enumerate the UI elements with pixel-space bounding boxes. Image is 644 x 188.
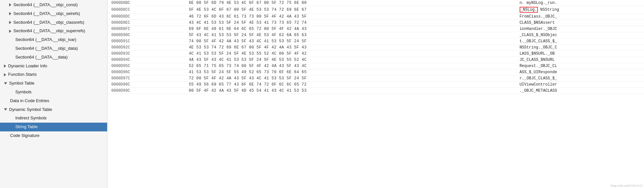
sidebar-item-section64-objc-ivar[interactable]: Section64 (__DATA,__objc_ivar) — [0, 35, 107, 44]
highlighted-text: _NSLog. — [520, 7, 538, 13]
ascii-text: r._OBJC_CLASS_$_ — [517, 75, 644, 82]
hex-view: 0000D8BC6E 00 5F 6D 79 4E 53 4C 6F 67 00… — [107, 0, 644, 188]
hex-table: 0000D8BC6E 00 5F 6D 79 4E 53 4C 6F 67 00… — [107, 0, 644, 94]
expand-icon — [9, 3, 11, 7]
ascii-text: t._OBJC_CLASS_$_ — [517, 38, 644, 45]
sidebar-item-function-starts[interactable]: Function Starts — [0, 70, 107, 79]
sidebar-item-indirect-symbols[interactable]: Indirect Symbols — [0, 114, 107, 123]
hex-address: 0000D97C — [107, 75, 186, 82]
hex-address: 0000D92C — [107, 45, 186, 51]
ascii-text: ._OBJC_METACLASS — [517, 88, 644, 94]
table-row[interactable]: 0000D90C5F 43 4C 41 53 53 5F 24 5F 4E 53… — [107, 32, 644, 38]
ascii-text: CLASS_$NSAssert — [517, 20, 644, 26]
hex-address: 0000D8EC — [107, 20, 186, 26]
hex-address: 0000D94C — [107, 57, 186, 63]
collapse-icon — [4, 82, 7, 85]
hex-bytes: 52 65 71 75 65 73 74 00 5F 4F 42 4A 43 5… — [186, 63, 517, 69]
hex-address: 0000D8DC — [107, 14, 186, 20]
hex-address: 0000D93C — [107, 51, 186, 57]
table-row[interactable]: 0000D91C74 00 5F 4F 42 4A 43 5F 43 4C 41… — [107, 38, 644, 45]
hex-bytes: 4E 53 53 74 72 69 6E 67 00 5F 4F 42 4A 4… — [186, 45, 517, 51]
expand-icon — [9, 21, 11, 24]
sidebar-item-section64-objc-classrefs[interactable]: Section64 (__DATA,__objc_classrefs) — [0, 18, 107, 27]
hex-bytes: 4C 41 53 53 5F 24 5F 4E 53 55 52 4C 00 5… — [186, 51, 517, 57]
sidebar-item-label: Indirect Symbols — [15, 115, 47, 122]
ascii-text: ionHandler._OBJC — [517, 26, 644, 32]
table-row[interactable]: 0000D8CC5F 4E 53 4C 6F 67 00 5F 4E 53 53… — [107, 6, 644, 14]
hex-address: 0000D99C — [107, 88, 186, 94]
hex-address: 0000D96C — [107, 69, 186, 75]
hex-bytes: 00 5F 4F 42 4A 43 5F 4D 45 54 41 43 4C 4… — [186, 88, 517, 94]
sidebar-item-section64-objc-selrefs[interactable]: Section64 (__DATA,__objc_selrefs) — [0, 9, 107, 18]
hex-bytes: 4A 43 5F 43 4C 41 53 53 5F 24 5F 4E 53 5… — [186, 57, 517, 63]
table-row[interactable]: 0000D97C72 00 5F 4F 42 4A 43 5F 43 4C 41… — [107, 75, 644, 82]
table-row[interactable]: 0000D92C4E 53 53 74 72 69 6E 67 00 5F 4F… — [107, 45, 644, 51]
sidebar-item-section64-objc-data[interactable]: Section64 (__DATA,__objc_data) — [0, 44, 107, 53]
sidebar-item-label: Section64 (__DATA,__objc_ivar) — [15, 36, 76, 43]
hex-bytes: 43 4C 41 53 53 5F 24 5F 4E 53 41 73 73 6… — [186, 20, 517, 26]
ascii-text: FromClass._OBJC_ — [517, 14, 644, 20]
sidebar-item-label: Section64 (__DATA,__objc_superrefs) — [13, 28, 85, 34]
collapse-icon — [4, 108, 7, 111]
sidebar-item-label: Section64 (__DATA,__objc_classrefs) — [13, 19, 84, 26]
table-row[interactable]: 0000D8FC69 6F 6E 48 61 6E 64 6C 65 72 00… — [107, 26, 644, 32]
sidebar-item-dynamic-symbol-table[interactable]: Dynamic Symbol Table — [0, 105, 107, 114]
expand-icon — [9, 30, 11, 33]
sidebar-item-dynamic-loader-info[interactable]: Dynamic Loader Info — [0, 62, 107, 71]
table-row[interactable]: 0000D96C41 53 53 5F 24 5F 55 49 52 65 73… — [107, 69, 644, 75]
hex-address: 0000D98C — [107, 82, 186, 88]
hex-bytes: 41 53 53 5F 24 5F 55 49 52 65 73 70 6F 6… — [186, 69, 517, 75]
sidebar-item-data-in-code[interactable]: Data in Code Entries — [0, 97, 107, 105]
hex-bytes: 6E 00 5F 6D 79 4E 53 4C 6F 67 00 5F 72 7… — [186, 0, 517, 6]
ascii-text: Request._OBJC_CL — [517, 63, 644, 69]
hex-bytes: 5F 43 4C 41 53 53 5F 24 5F 4E 53 4F 62 6… — [186, 32, 517, 38]
table-row[interactable]: 0000D98C55 49 56 69 65 77 43 6F 6E 74 72… — [107, 82, 644, 88]
ascii-text: _CLASS_$_NSObjec — [517, 32, 644, 38]
hex-bytes: 74 00 5F 4F 42 4A 43 5F 43 4C 41 53 53 5… — [186, 38, 517, 45]
sidebar-item-label: Section64 (__DATA,__objc_selrefs) — [13, 10, 80, 17]
table-row[interactable]: 0000D93C4C 41 53 53 5F 24 5F 4E 53 55 52… — [107, 51, 644, 57]
ascii-text: JC_CLASS_$NSURL — [517, 57, 644, 63]
sidebar-item-label: Data in Code Entries — [10, 98, 49, 104]
ascii-remainder: NSString — [538, 7, 559, 12]
table-row[interactable]: 0000D8BC6E 00 5F 6D 79 4E 53 4C 6F 67 00… — [107, 0, 644, 6]
sidebar-item-label: Section64 (__DATA,__objc_data) — [15, 45, 78, 52]
sidebar-item-label: Section64 (__DATA,__data) — [15, 54, 68, 61]
hex-address: 0000D95C — [107, 63, 186, 69]
sidebar-item-symbol-table[interactable]: Symbol Table — [0, 79, 107, 88]
hex-bytes: 5F 4E 53 4C 6F 67 00 5F 4E 53 53 74 72 6… — [186, 6, 517, 14]
sidebar-item-section64-objc-const[interactable]: Section64 (__DATA,__objc_const) — [0, 1, 107, 9]
expand-icon — [9, 12, 11, 15]
hex-address: 0000D90C — [107, 32, 186, 38]
hex-address: 0000D8FC — [107, 26, 186, 32]
sidebar-item-label: Function Starts — [8, 71, 36, 78]
sidebar-item-label: Code Signature — [10, 132, 39, 139]
hex-address: 0000D91C — [107, 38, 186, 45]
sidebar-item-section64-objc-superrefs[interactable]: Section64 (__DATA,__objc_superrefs) — [0, 27, 107, 35]
hex-bytes: 72 00 5F 4F 42 4A 43 5F 43 4C 41 53 53 5… — [186, 75, 517, 82]
sidebar-item-label: Section64 (__DATA,__objc_const) — [13, 2, 78, 8]
hex-bytes: 46 72 6F 6D 43 6C 61 73 73 00 5F 4F 42 4… — [186, 14, 517, 20]
ascii-text: n. myNSLog._run. — [517, 0, 644, 6]
sidebar-item-code-signature[interactable]: Code Signature — [0, 131, 107, 140]
sidebar-item-section64-data[interactable]: Section64 (__DATA,__data) — [0, 53, 107, 62]
table-row[interactable]: 0000D8DC46 72 6F 6D 43 6C 61 73 73 00 5F… — [107, 14, 644, 20]
sidebar-item-label: Dynamic Symbol Table — [9, 106, 52, 113]
sidebar-item-label: Symbols — [15, 89, 32, 96]
sidebar-item-string-table[interactable]: String Table — [0, 123, 107, 131]
table-row[interactable]: 0000D95C52 65 71 75 65 73 74 00 5F 4F 42… — [107, 63, 644, 69]
table-row[interactable]: 0000D99C00 5F 4F 42 4A 43 5F 4D 45 54 41… — [107, 88, 644, 94]
expand-icon — [4, 64, 6, 68]
ascii-text: LASS_$NSURL._OB — [517, 51, 644, 57]
ascii-text: UIViewController — [517, 82, 644, 88]
sidebar-item-label: String Table — [15, 124, 37, 130]
sidebar-item-label: Dynamic Loader Info — [8, 63, 47, 70]
table-row[interactable]: 0000D94C4A 43 5F 43 4C 41 53 53 5F 24 5F… — [107, 57, 644, 63]
hex-address: 0000D8BC — [107, 0, 186, 6]
sidebar-item-label: Symbol Table — [9, 80, 35, 87]
sidebar-item-symbols[interactable]: Symbols — [0, 88, 107, 97]
hex-bytes: 69 6F 6E 48 61 6E 64 6C 65 72 00 5F 4F 4… — [186, 26, 517, 32]
ascii-text: NSString._OBJC_C — [517, 45, 644, 51]
expand-icon — [4, 73, 6, 76]
table-row[interactable]: 0000D8EC43 4C 41 53 53 5F 24 5F 4E 53 41… — [107, 20, 644, 26]
